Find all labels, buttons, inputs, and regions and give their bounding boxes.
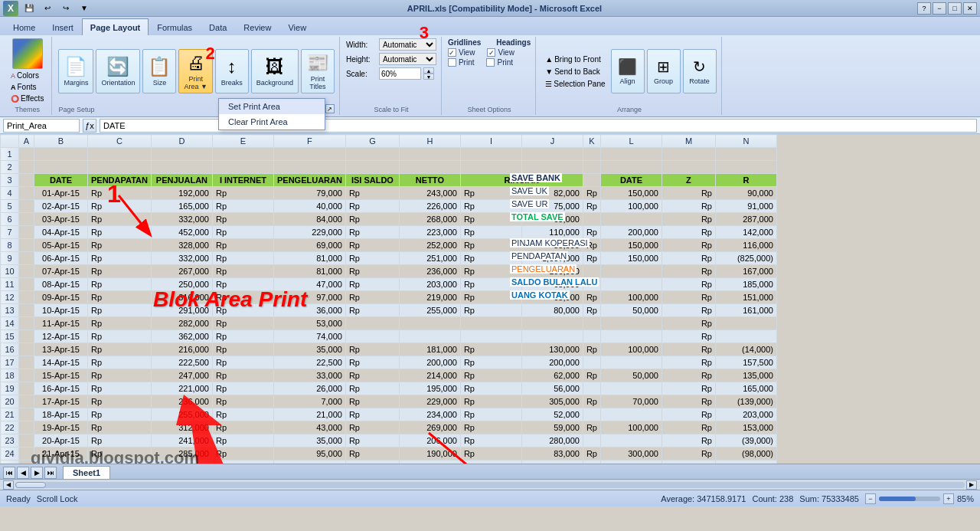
cell[interactable]: Rp	[662, 291, 715, 304]
cell[interactable]	[34, 148, 88, 161]
cell[interactable]: 269,000	[399, 421, 460, 434]
cell[interactable]	[19, 291, 34, 304]
cell[interactable]: Rp	[88, 291, 152, 304]
cell[interactable]: 100,000	[600, 291, 662, 304]
cell[interactable]	[583, 174, 600, 187]
cell[interactable]	[151, 148, 212, 161]
rotate-btn[interactable]: ↻ Rotate	[683, 49, 717, 93]
cell[interactable]: Rp	[88, 239, 152, 252]
cell[interactable]: Rp	[88, 265, 152, 278]
cell[interactable]: 251,000	[399, 252, 460, 265]
cell[interactable]: Rp	[662, 317, 715, 330]
cell[interactable]: 83,000	[521, 447, 583, 461]
cell[interactable]: 14-Apr-15	[34, 356, 88, 369]
cell[interactable]: Rp	[345, 200, 399, 213]
cell[interactable]: 203,000	[715, 408, 776, 421]
cell[interactable]: Rp	[583, 395, 600, 408]
cell[interactable]: 22-Apr-15	[34, 461, 88, 464]
cell[interactable]: Rp	[662, 187, 715, 200]
cell[interactable]: 239,000	[399, 461, 460, 464]
cell[interactable]: 280,000	[521, 434, 583, 447]
cell[interactable]: Rp	[345, 213, 399, 226]
cell[interactable]	[19, 343, 34, 356]
cell[interactable]	[19, 447, 34, 461]
cell[interactable]: 12-Apr-15	[34, 330, 88, 343]
col-h[interactable]: H	[399, 135, 460, 148]
cell[interactable]: Rp	[212, 408, 273, 421]
cell[interactable]	[600, 461, 662, 464]
cell[interactable]	[19, 317, 34, 330]
clear-print-area-item[interactable]: Clear Print Area	[219, 114, 325, 129]
cell[interactable]: Rp	[212, 395, 273, 408]
bring-to-front-btn[interactable]: ▲ Bring to Front	[542, 54, 608, 65]
cell[interactable]: Rp	[88, 421, 152, 434]
cell[interactable]: Rp	[460, 304, 521, 317]
cell[interactable]: Rp	[88, 447, 152, 461]
cell[interactable]: 07-Apr-15	[34, 265, 88, 278]
cell[interactable]	[19, 356, 34, 369]
cell[interactable]	[600, 213, 662, 226]
cell[interactable]	[600, 317, 662, 330]
breaks-btn[interactable]: ↕ Breaks	[215, 49, 249, 93]
cell[interactable]	[273, 161, 345, 174]
cell[interactable]: 36,000	[273, 304, 345, 317]
cell[interactable]: Rp	[460, 461, 521, 464]
cell[interactable]: 70,000	[600, 395, 662, 408]
cell[interactable]: 03-Apr-15	[34, 213, 88, 226]
cell[interactable]	[399, 317, 460, 330]
cell[interactable]: Rp	[212, 461, 273, 464]
cell[interactable]: 16-Apr-15	[34, 382, 88, 395]
cell[interactable]: 282,000	[151, 317, 212, 330]
cell[interactable]: (14,000)	[715, 343, 776, 356]
cell[interactable]: Rp	[583, 421, 600, 434]
cell[interactable]: Rp	[345, 252, 399, 265]
cell[interactable]	[19, 148, 34, 161]
cell[interactable]: 47,000	[273, 278, 345, 291]
cell[interactable]: 247,000	[151, 369, 212, 382]
cell[interactable]: 165,000	[715, 382, 776, 395]
cell[interactable]: 214,000	[399, 369, 460, 382]
cell[interactable]	[460, 330, 521, 343]
cell[interactable]: 285,000	[151, 447, 212, 461]
cell[interactable]: 192,000	[151, 187, 212, 200]
cell[interactable]: 203,000	[399, 278, 460, 291]
orientation-btn[interactable]: 🔄 Orientation	[96, 49, 140, 93]
cell[interactable]: Rp	[662, 278, 715, 291]
cell[interactable]: Rp	[88, 369, 152, 382]
cell[interactable]	[600, 356, 662, 369]
cell[interactable]	[19, 395, 34, 408]
cell[interactable]	[583, 408, 600, 421]
headings-view-cb[interactable]	[487, 48, 495, 57]
cell[interactable]	[583, 434, 600, 447]
cell[interactable]: 332,000	[151, 252, 212, 265]
cell[interactable]: 02-Apr-15	[34, 200, 88, 213]
cell[interactable]: 56,000	[521, 382, 583, 395]
cell[interactable]: 74,000	[273, 330, 345, 343]
scale-up-btn[interactable]: ▲	[423, 67, 434, 74]
cell[interactable]: 100,000	[600, 421, 662, 434]
header-isi-saldo[interactable]: ISI SALDO	[345, 174, 399, 187]
cell[interactable]	[273, 148, 345, 161]
cell[interactable]: Rp	[662, 226, 715, 239]
cell[interactable]: Rp	[212, 343, 273, 356]
cell[interactable]: 7,000	[273, 395, 345, 408]
cell[interactable]: 200,000	[600, 226, 662, 239]
cell[interactable]: Rp	[345, 408, 399, 421]
spreadsheet-scroll[interactable]: A B C D E F G H I J K L M N 1	[0, 134, 980, 464]
cell[interactable]: 236,000	[399, 265, 460, 278]
cell[interactable]	[583, 330, 600, 343]
cell[interactable]	[19, 408, 34, 421]
cell[interactable]	[521, 317, 583, 330]
sheet-tab-1[interactable]: Sheet1	[63, 466, 110, 479]
cell[interactable]	[19, 304, 34, 317]
themes-btn[interactable]: A Colors A Fonts ⭕ Effects	[8, 38, 47, 104]
tab-view[interactable]: View	[279, 18, 315, 35]
cell[interactable]	[19, 252, 34, 265]
header-date[interactable]: DATE	[34, 174, 88, 187]
cell[interactable]: Rp	[460, 343, 521, 356]
cell[interactable]: (39,000)	[715, 434, 776, 447]
cell[interactable]: Rp	[345, 187, 399, 200]
cell[interactable]	[151, 161, 212, 174]
tab-insert[interactable]: Insert	[44, 18, 82, 35]
cell[interactable]	[19, 187, 34, 200]
